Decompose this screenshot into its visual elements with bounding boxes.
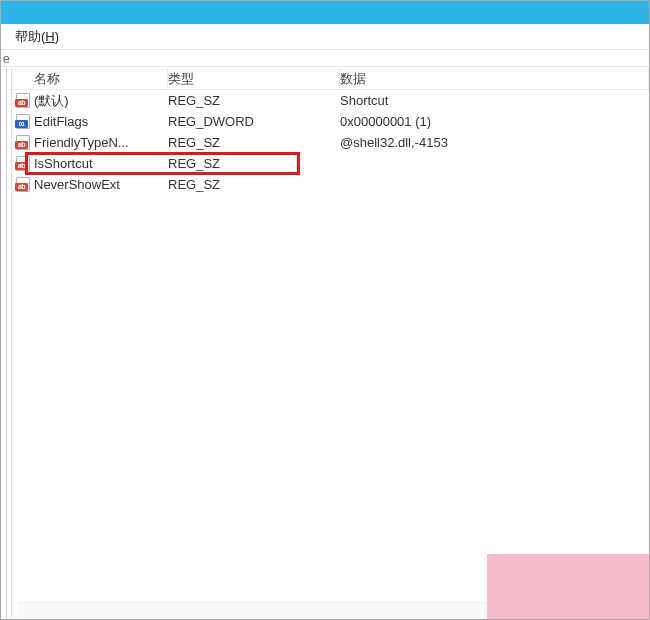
menu-help-suffix: ): [55, 29, 59, 44]
reg-string-icon: [15, 156, 31, 172]
list-item[interactable]: NeverShowExt REG_SZ: [12, 174, 649, 195]
client-area: 名称 类型 数据 (默认) REG_SZ Shortcut: [1, 68, 649, 619]
header-name[interactable]: 名称: [34, 68, 168, 89]
value-icon-slot: [12, 135, 34, 151]
value-type: REG_SZ: [168, 177, 340, 192]
list-item[interactable]: EditFlags REG_DWORD 0x00000001 (1): [12, 111, 649, 132]
header-type[interactable]: 类型: [168, 68, 340, 89]
menu-help-prefix: 帮助(: [15, 29, 45, 44]
value-name: NeverShowExt: [34, 177, 168, 192]
header-name-label: 名称: [34, 70, 60, 88]
menubar: 帮助(H): [1, 24, 649, 50]
reg-string-icon: [15, 93, 31, 109]
list-item[interactable]: (默认) REG_SZ Shortcut: [12, 90, 649, 111]
header-data[interactable]: 数据: [340, 68, 649, 89]
reg-dword-icon: [15, 114, 31, 130]
value-type: REG_DWORD: [168, 114, 340, 129]
value-icon-slot: [12, 114, 34, 130]
list-item[interactable]: IsShortcut REG_SZ: [12, 153, 649, 174]
value-type: REG_SZ: [168, 135, 340, 150]
value-type: REG_SZ: [168, 93, 340, 108]
value-type: REG_SZ: [168, 156, 340, 171]
value-icon-slot: [12, 156, 34, 172]
window-frame: 帮助(H) e 名称 类型 数据: [0, 0, 650, 620]
value-name: FriendlyTypeN...: [34, 135, 168, 150]
value-name: EditFlags: [34, 114, 168, 129]
header-data-label: 数据: [340, 70, 366, 88]
menu-help[interactable]: 帮助(H): [9, 26, 65, 48]
menu-help-key: H: [45, 29, 54, 44]
list-header: 名称 类型 数据: [12, 68, 649, 90]
value-name: IsShortcut: [34, 156, 168, 171]
reg-string-icon: [15, 177, 31, 193]
reg-string-icon: [15, 135, 31, 151]
titlebar[interactable]: [1, 1, 649, 24]
values-list: 名称 类型 数据 (默认) REG_SZ Shortcut: [12, 68, 649, 619]
value-icon-slot: [12, 177, 34, 193]
header-type-label: 类型: [168, 70, 194, 88]
address-fragment: e: [3, 52, 10, 66]
value-data: Shortcut: [340, 93, 649, 108]
watermark: [487, 554, 649, 619]
list-item[interactable]: FriendlyTypeN... REG_SZ @shell32.dll,-41…: [12, 132, 649, 153]
value-name: (默认): [34, 92, 168, 110]
value-data: @shell32.dll,-4153: [340, 135, 649, 150]
address-strip: e: [1, 50, 649, 67]
value-icon-slot: [12, 93, 34, 109]
value-data: 0x00000001 (1): [340, 114, 649, 129]
